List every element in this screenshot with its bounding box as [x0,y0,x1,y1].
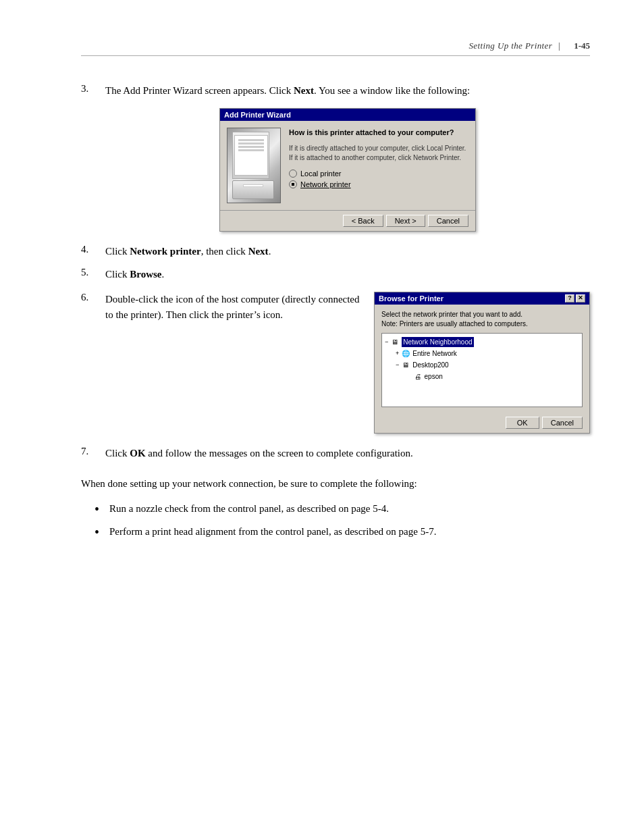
browse-footer: OK Cancel [375,413,589,433]
wizard-description: If it is directly attached to your compu… [289,144,468,163]
summary-text: When done setting up your network connec… [81,476,590,492]
step-5-text: Click Browse. [105,267,590,282]
radio-local-circle [289,170,297,178]
step-4: 4. Click Network printer, then click Nex… [81,244,590,259]
browse-for-printer-screenshot: Browse for Printer ? ✕ Select the networ… [374,292,590,434]
step-4-content: Click Network printer, then click Next. [105,244,590,259]
titlebar-question-btn[interactable]: ? [565,294,574,303]
browse-tree: − 🖥 Network Neighborhood + 🌐 Entire Netw… [381,333,583,407]
wizard-titlebar: Add Printer Wizard [220,109,475,121]
tree-item-epson: 🖨 epson [385,371,579,382]
tree-item-network-neighborhood: − 🖥 Network Neighborhood [385,336,579,348]
step-3-text: The Add Printer Wizard screen appears. C… [105,83,590,99]
step-5-number: 5. [81,267,105,282]
bullet-item-1: • Run a nozzle check from the control pa… [95,501,590,517]
step-6-text-area: 6. Double-click the icon of the host com… [81,292,360,434]
browse-body: Select the network printer that you want… [375,305,589,413]
desktop200-icon: 🖥 [400,360,411,369]
wizard-question: How is this printer attached to your com… [289,128,468,138]
step-4-number: 4. [81,244,105,259]
wizard-image [227,128,281,203]
browse-description: Select the network printer that you want… [381,310,583,329]
network-neighborhood-icon: 🖥 [390,337,400,346]
radio-local-printer: Local printer [289,170,468,178]
header-title: Setting Up the Printer [468,41,552,51]
radio-network-label: Network printer [300,180,351,188]
step-6-number: 6. [81,292,105,323]
step-3: 3. The Add Printer Wizard screen appears… [81,83,590,232]
radio-network-circle [289,180,297,188]
entire-network-icon: 🌐 [400,348,411,358]
bullet-text-1: Run a nozzle check from the control pane… [109,501,389,517]
wizard-back-button[interactable]: < Back [343,215,383,227]
radio-network-printer: Network printer [289,180,468,188]
bullet-text-2: Perform a print head alignment from the … [109,524,436,540]
wizard-footer: < Back Next > Cancel [220,210,475,231]
browse-window: Browse for Printer ? ✕ Select the networ… [374,292,590,434]
tree-label-epson: epson [425,371,443,382]
wizard-window: Add Printer Wizard [219,108,476,232]
step-4-text: Click Network printer, then click Next. [105,244,590,259]
epson-printer-icon: 🖨 [412,371,423,381]
titlebar-close-btn[interactable]: ✕ [576,294,585,303]
bullet-item-2: • Perform a print head alignment from th… [95,524,590,540]
step-6-text: Double-click the icon of the host comput… [105,292,360,323]
step-5-content: Click Browse. [105,267,590,282]
bullet-list: • Run a nozzle check from the control pa… [95,501,590,540]
step-6: 6. Double-click the icon of the host com… [81,292,590,434]
titlebar-buttons: ? ✕ [565,294,585,303]
page-header: Setting Up the Printer | 1-45 [81,41,590,56]
wizard-next-button[interactable]: Next > [386,215,425,227]
step-7-text: Click OK and follow the messages on the … [105,446,590,461]
browse-ok-button[interactable]: OK [506,417,539,429]
step-7-number: 7. [81,446,105,461]
wizard-body: How is this printer attached to your com… [220,121,475,210]
step-3-content: The Add Printer Wizard screen appears. C… [105,83,590,232]
page: Setting Up the Printer | 1-45 3. The Add… [0,0,644,834]
radio-local-label: Local printer [300,170,342,178]
browse-titlebar: Browse for Printer ? ✕ [375,292,589,305]
tree-label-desktop200: Desktop200 [412,360,448,370]
add-printer-wizard-screenshot: Add Printer Wizard [105,108,590,232]
wizard-text-area: How is this printer attached to your com… [289,128,468,203]
tree-label-entire-network: Entire Network [412,348,457,359]
step-7: 7. Click OK and follow the messages on t… [81,446,590,461]
tree-item-desktop200: − 🖥 Desktop200 [385,359,579,371]
tree-item-entire-network: + 🌐 Entire Network [385,348,579,359]
step-3-number: 3. [81,83,105,95]
step-7-content: Click OK and follow the messages on the … [105,446,590,461]
wizard-cancel-button[interactable]: Cancel [428,215,468,227]
browse-cancel-button[interactable]: Cancel [542,417,583,429]
tree-label-network-neighborhood: Network Neighborhood [402,337,473,347]
step-5: 5. Click Browse. [81,267,590,282]
page-number: 1-45 [574,41,590,51]
bullet-dot-1: • [95,501,107,517]
header-separator: | [558,41,560,51]
bullet-dot-2: • [95,524,107,540]
wizard-radio-group: Local printer Network printer [289,170,468,188]
